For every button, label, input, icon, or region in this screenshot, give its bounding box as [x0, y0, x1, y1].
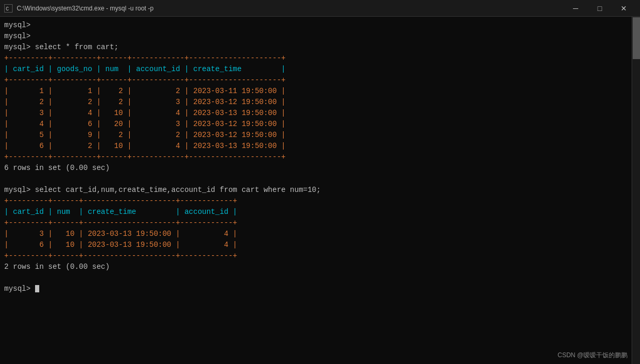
- line-cmd1: mysql> select * from cart;: [4, 42, 627, 53]
- window-controls: ─ □ ✕: [564, 0, 636, 17]
- line-cmd2: mysql> select cart_id,num,create_time,ac…: [4, 185, 627, 196]
- window-title: C:\Windows\system32\cmd.exe - mysql -u r…: [17, 5, 153, 12]
- result-info-1: 6 rows in set (0.00 sec): [4, 163, 627, 174]
- row-q2-1: | 3 | 10 | 2023-03-13 19:50:00 | 4 |: [4, 229, 627, 240]
- row-3: | 3 | 4 | 10 | 4 | 2023-03-13 19:50:00 |: [4, 108, 627, 119]
- row-4: | 4 | 6 | 20 | 3 | 2023-03-12 19:50:00 |: [4, 119, 627, 130]
- line-prompt-cursor: mysql>: [4, 283, 627, 294]
- scrollbar-thumb[interactable]: [633, 17, 640, 59]
- empty-2: [4, 272, 627, 283]
- row-1: | 1 | 1 | 2 | 2 | 2023-03-11 19:50:00 |: [4, 86, 627, 97]
- minimize-button[interactable]: ─: [564, 0, 588, 17]
- row-q2-2: | 6 | 10 | 2023-03-13 19:50:00 | 4 |: [4, 240, 627, 251]
- header-1: | cart_id | goods_no | num | account_id …: [4, 64, 627, 75]
- scrollbar[interactable]: [632, 17, 640, 364]
- border-2: +---------+----------+------+-----------…: [4, 75, 627, 86]
- line-2: mysql>: [4, 31, 627, 42]
- maximize-button[interactable]: □: [588, 0, 612, 17]
- terminal-window: mysql> mysql> mysql> select * from cart;…: [0, 17, 640, 364]
- row-2: | 2 | 2 | 2 | 3 | 2023-03-12 19:50:00 |: [4, 97, 627, 108]
- title-bar-left: C C:\Windows\system32\cmd.exe - mysql -u…: [4, 4, 153, 13]
- cursor: [35, 285, 39, 292]
- close-button[interactable]: ✕: [612, 0, 636, 17]
- title-bar: C C:\Windows\system32\cmd.exe - mysql -u…: [0, 0, 640, 17]
- empty-1: [4, 174, 627, 185]
- border-5: +---------+------+---------------------+…: [4, 218, 627, 229]
- border-6: +---------+------+---------------------+…: [4, 251, 627, 261]
- svg-text:C: C: [6, 6, 9, 12]
- border-4: +---------+------+---------------------+…: [4, 196, 627, 207]
- cmd-icon: C: [4, 4, 13, 13]
- result-info-2: 2 rows in set (0.00 sec): [4, 261, 627, 272]
- border-3: +---------+----------+------+-----------…: [4, 152, 627, 163]
- row-5: | 5 | 9 | 2 | 2 | 2023-03-12 19:50:00 |: [4, 130, 627, 141]
- terminal-content: mysql> mysql> mysql> select * from cart;…: [4, 20, 627, 294]
- row-6: | 6 | 2 | 10 | 4 | 2023-03-13 19:50:00 |: [4, 141, 627, 152]
- watermark: CSDN @嗳嗳干饭的鹏鹏: [557, 351, 627, 360]
- header-2: | cart_id | num | create_time | account_…: [4, 207, 627, 218]
- border-1: +---------+----------+------+-----------…: [4, 53, 627, 64]
- line-1: mysql>: [4, 20, 627, 31]
